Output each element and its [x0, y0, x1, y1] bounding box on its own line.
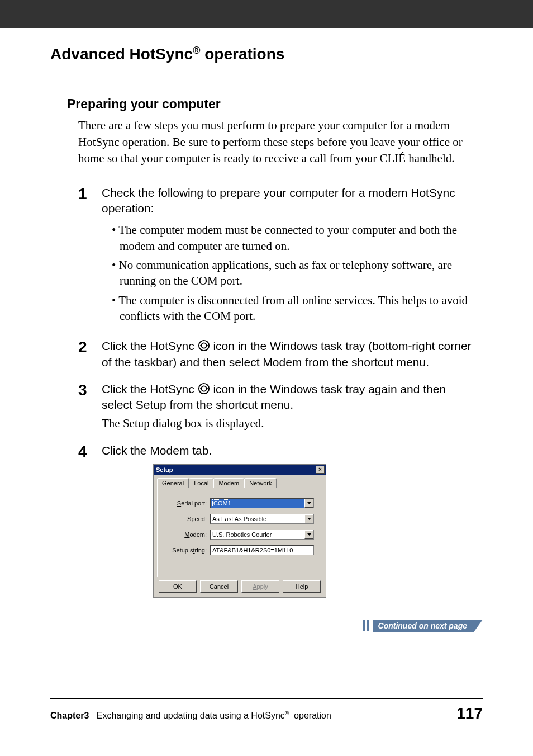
bullet-item: The computer is disconnected from all on…	[112, 292, 477, 324]
hotsync-icon	[198, 382, 210, 395]
label-post: eed:	[195, 516, 207, 522]
setup-string-row: Setup string: AT&F&B1&H1&R2S0=1M1L0	[165, 545, 314, 555]
step-3: 3 Click the HotSync icon in the Windows …	[78, 381, 477, 432]
dialog-tabs: General Local Modem Network	[154, 475, 326, 488]
step-1-body: Check the following to prepare your comp…	[102, 185, 477, 328]
svg-marker-2	[206, 344, 208, 348]
cancel-button[interactable]: Cancel	[200, 580, 238, 593]
apply-rest: pply	[257, 583, 268, 590]
step-1-text: Check the following to prepare your comp…	[102, 185, 477, 217]
step-3-text: Click the HotSync icon in the Windows ta…	[102, 381, 477, 413]
tab-network[interactable]: Network	[244, 478, 277, 488]
dialog-title: Setup	[156, 466, 173, 473]
modem-value: U.S. Robotics Courier	[212, 531, 272, 538]
apply-label: Apply	[253, 583, 268, 590]
step-2: 2 Click the HotSync icon in the Windows …	[78, 338, 477, 370]
label-rest: odem:	[189, 531, 207, 538]
hotsync-icon	[198, 339, 210, 352]
registered-mark: ®	[285, 710, 289, 716]
help-label: Help	[296, 583, 308, 590]
chevron-down-icon[interactable]	[304, 514, 313, 523]
dialog-buttons: OK Cancel Apply Help	[154, 580, 326, 597]
svg-marker-1	[199, 344, 201, 348]
step-1-number: 1	[78, 185, 102, 328]
title-post: operations	[200, 45, 284, 63]
speed-row: Speed: As Fast As Possible	[165, 514, 314, 524]
step-3-sub: The Setup dialog box is displayed.	[102, 415, 477, 432]
page-content: Advanced HotSync® operations Preparing y…	[0, 28, 533, 598]
step-2-pre: Click the HotSync	[102, 339, 198, 352]
header-bar	[0, 0, 533, 28]
registered-mark: ®	[193, 45, 200, 56]
footer-chapter: Chapter3 Exchanging and updating data us…	[50, 710, 331, 721]
chapter-text-pre: Exchanging and updating data using a Hot…	[97, 711, 285, 720]
chevron-down-icon[interactable]	[304, 530, 313, 539]
svg-marker-8	[307, 533, 311, 536]
ok-button[interactable]: OK	[159, 580, 197, 593]
serial-port-value: COM1	[212, 499, 232, 507]
banner-bars-icon	[363, 620, 369, 631]
help-button[interactable]: Help	[283, 580, 321, 593]
title-pre: Advanced HotSync	[50, 45, 193, 63]
step-3-number: 3	[78, 381, 102, 432]
chevron-down-icon[interactable]	[304, 499, 313, 508]
serial-port-label: Serial port:	[165, 500, 210, 507]
step-2-body: Click the HotSync icon in the Windows ta…	[102, 338, 477, 370]
modem-label: Modem:	[165, 531, 210, 538]
label-post: ring:	[195, 547, 207, 554]
tab-local[interactable]: Local	[189, 478, 213, 488]
dialog-titlebar[interactable]: Setup ×	[154, 465, 326, 475]
setup-dialog: Setup × General Local Modem Network Seri…	[153, 464, 326, 598]
svg-marker-7	[307, 518, 311, 520]
close-icon[interactable]: ×	[316, 466, 325, 474]
continued-banner: Continued on next page	[363, 620, 483, 632]
step-4-number: 4	[78, 443, 102, 598]
modem-row: Modem: U.S. Robotics Courier	[165, 530, 314, 540]
apply-underline: A	[253, 583, 256, 590]
label-pre: Setup s	[172, 547, 193, 554]
cancel-label: Cancel	[210, 583, 229, 590]
setup-string-value: AT&F&B1&H1&R2S0=1M1L0	[212, 547, 293, 554]
modem-panel: Serial port: COM1 Speed: As Fast As Poss…	[157, 488, 322, 577]
page-number: 117	[456, 705, 483, 722]
tab-general[interactable]: General	[157, 478, 189, 488]
svg-marker-4	[199, 387, 201, 390]
apply-button[interactable]: Apply	[241, 580, 279, 593]
step-4-body: Click the Modem tab. Setup × General Loc…	[102, 443, 477, 598]
step-2-text: Click the HotSync icon in the Windows ta…	[102, 338, 477, 370]
step-1: 1 Check the following to prepare your co…	[78, 185, 477, 328]
bullet-item: The computer modem must be connected to …	[112, 222, 477, 254]
ok-label: OK	[173, 583, 182, 590]
bullet-item: No communication applications, such as f…	[112, 257, 477, 289]
label-rest: erial port:	[181, 500, 207, 507]
page-title: Advanced HotSync® operations	[50, 45, 483, 63]
setup-string-input[interactable]: AT&F&B1&H1&R2S0=1M1L0	[210, 545, 314, 555]
continued-text: Continued on next page	[373, 620, 483, 632]
svg-marker-6	[307, 502, 311, 504]
chapter-text-post: operation	[292, 711, 331, 720]
step-4-text: Click the Modem tab.	[102, 443, 477, 459]
speed-label: Speed:	[165, 516, 210, 522]
step-1-bullets: The computer modem must be connected to …	[112, 222, 477, 324]
section-heading: Preparing your computer	[67, 97, 483, 112]
tab-modem[interactable]: Modem	[213, 478, 244, 488]
speed-value: As Fast As Possible	[212, 516, 266, 522]
step-4: 4 Click the Modem tab. Setup × General L…	[78, 443, 477, 598]
modem-select[interactable]: U.S. Robotics Courier	[210, 530, 314, 540]
svg-marker-5	[206, 387, 208, 390]
intro-paragraph: There are a few steps you must perform t…	[78, 117, 477, 167]
chapter-label: Chapter3	[50, 711, 89, 720]
page-footer: Chapter3 Exchanging and updating data us…	[50, 698, 483, 722]
setup-string-label: Setup string:	[165, 547, 210, 554]
speed-select[interactable]: As Fast As Possible	[210, 514, 314, 524]
step-2-number: 2	[78, 338, 102, 370]
serial-port-select[interactable]: COM1	[210, 498, 314, 508]
serial-port-row: Serial port: COM1	[165, 498, 314, 508]
step-3-body: Click the HotSync icon in the Windows ta…	[102, 381, 477, 432]
step-3-pre: Click the HotSync	[102, 382, 198, 395]
